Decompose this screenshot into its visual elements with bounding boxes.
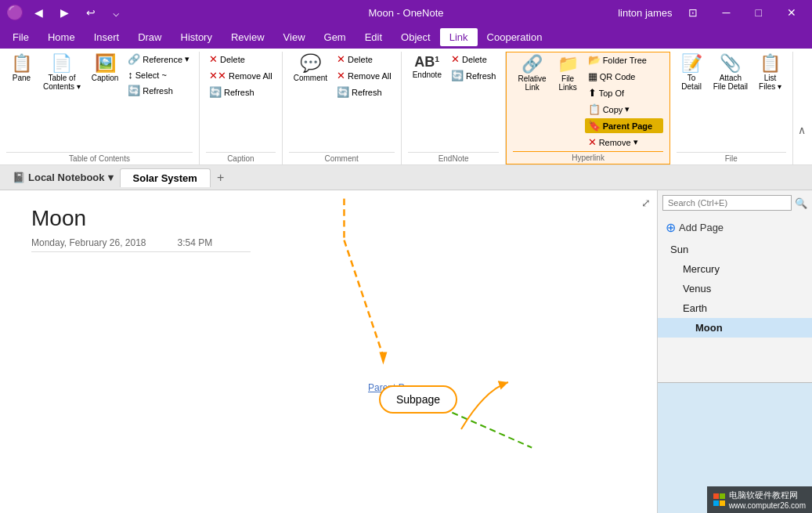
remove-all-comment-btn[interactable]: ✕ Remove All (334, 68, 395, 83)
search-icon[interactable]: 🔍 (795, 197, 807, 209)
add-page-button[interactable]: ⊕ Add Page (658, 215, 812, 240)
caption-button[interactable]: 🖼️ Caption (87, 52, 123, 85)
relative-link-icon: 🔗 (521, 56, 543, 73)
file-links-button[interactable]: 📁 FileLinks (553, 52, 583, 95)
top-of-label: Top Of (599, 89, 624, 98)
ribbon: 📋 Pane 📄 Table of Contents ▾ 🖼️ Caption … (0, 49, 812, 165)
relative-link-button[interactable]: 🔗 RelativeLink (513, 52, 550, 95)
menu-item-review[interactable]: Review (222, 28, 274, 46)
page-item-sun[interactable]: Sun (658, 240, 812, 259)
refresh-toc-button[interactable]: 🔄 Refresh (125, 83, 193, 98)
refresh-caption-label: Refresh (224, 88, 254, 97)
ribbon-collapse-btn[interactable]: ∧ (798, 124, 806, 136)
to-detail-icon: 📝 (681, 55, 702, 72)
restore-btn[interactable]: ⊡ (679, 3, 707, 22)
comment-label: Comment (294, 74, 327, 82)
pane-label: Pane (13, 74, 31, 82)
page-item-venus[interactable]: Venus (658, 279, 812, 298)
forward-btn[interactable]: ▶ (54, 5, 75, 20)
pane-icon: 📋 (11, 55, 32, 72)
undo-btn[interactable]: ↩ (80, 5, 102, 20)
select-button[interactable]: ↕ Select ~ (125, 67, 193, 82)
close-btn[interactable]: ✕ (778, 3, 806, 22)
qr-code-btn[interactable]: ▦ QR Code (585, 69, 663, 84)
toc-button[interactable]: 📄 Table of Contents ▾ (38, 52, 85, 94)
to-detail-button[interactable]: 📝 ToDetail (677, 52, 707, 94)
refresh-comment-btn[interactable]: 🔄 Refresh (334, 85, 395, 99)
remove-btn[interactable]: ✕ Remove ▾ (585, 135, 663, 150)
page-item-moon[interactable]: Moon (658, 318, 812, 338)
pane-button[interactable]: 📋 Pane (6, 52, 37, 85)
menu-item-gem[interactable]: Gem (315, 28, 355, 46)
folder-tree-btn[interactable]: 📂 Folder Tree (585, 52, 663, 67)
title-bar-left: 🟣 ◀ ▶ ↩ ⌵ (6, 4, 125, 21)
file-group: 📝 ToDetail 📎 AttachFile Detail 📋 ListFil… (670, 52, 793, 164)
page-item-earth[interactable]: Earth (658, 298, 812, 318)
quick-access-btn[interactable]: ⌵ (106, 5, 125, 20)
comment-group-label: Comment (289, 152, 395, 164)
comment-button[interactable]: 💬 Comment (289, 52, 332, 85)
notebook-name: Local Notebook (28, 172, 105, 183)
endnote-label: Endnote (413, 70, 442, 79)
note-title: Moon (31, 206, 626, 231)
ms-logo (713, 493, 726, 506)
copy-btn[interactable]: 📋 Copy ▾ (585, 102, 663, 117)
attach-file-detail-button[interactable]: 📎 AttachFile Detail (709, 52, 752, 94)
top-of-btn[interactable]: ⬆ Top Of (585, 85, 663, 100)
remove-all-icon: ✕✕ (209, 70, 226, 81)
menu-item-insert[interactable]: Insert (85, 28, 129, 46)
menu-item-history[interactable]: History (171, 28, 222, 46)
refresh-toc-icon: 🔄 (128, 85, 140, 96)
copy-label: Copy (603, 105, 623, 114)
menu-item-object[interactable]: Object (392, 28, 440, 46)
parent-page-btn[interactable]: 🔖 Parent Page (585, 118, 663, 133)
attach-file-detail-label: AttachFile Detail (713, 74, 748, 91)
maximize-btn[interactable]: □ (746, 3, 771, 22)
main-content: Moon Monday, February 26, 2018 3:54 PM ⤢… (0, 190, 812, 513)
file-group-label: File (677, 152, 786, 164)
back-btn[interactable]: ◀ (28, 5, 49, 20)
menu-item-cooperation[interactable]: Cooperation (478, 28, 552, 46)
refresh-endnote-btn[interactable]: 🔄 Refresh (448, 68, 500, 83)
list-files-label: ListFiles ▾ (759, 74, 781, 91)
reference-button[interactable]: 🔗 Reference ▾ (125, 52, 193, 67)
delete-comment-btn[interactable]: ✕ Delete (334, 52, 395, 67)
remove-all-btn[interactable]: ✕✕ Remove All (206, 68, 276, 83)
tab-add-button[interactable]: + (211, 168, 230, 188)
toc-label: Table of Contents ▾ (43, 74, 81, 91)
menu-item-file[interactable]: File (3, 28, 38, 46)
endnote-button[interactable]: AB¹ Endnote (408, 52, 446, 82)
subpage-annotation: Subpage (379, 385, 457, 414)
watermark: 电脑软硬件教程网 www.computer26.com (707, 486, 812, 513)
page-list: Sun Mercury Venus Earth Moon (658, 240, 812, 382)
page-item-mercury[interactable]: Mercury (658, 259, 812, 279)
menu-item-draw[interactable]: Draw (128, 28, 171, 46)
delete-caption-btn[interactable]: ✕ Delete (206, 52, 276, 67)
refresh-caption-btn[interactable]: 🔄 Refresh (206, 85, 276, 99)
expand-icon[interactable]: ⤢ (641, 197, 651, 209)
hyperlink-group: 🔗 RelativeLink 📁 FileLinks 📂 Folder Tree… (506, 52, 669, 164)
menu-item-link[interactable]: Link (440, 28, 478, 46)
delete-endnote-btn[interactable]: ✕ Delete (448, 52, 500, 67)
select-label: Select ~ (135, 70, 167, 80)
menu-item-home[interactable]: Home (38, 28, 85, 46)
refresh-caption-icon: 🔄 (209, 86, 222, 98)
svg-line-1 (344, 240, 383, 356)
del-endnote-label: Delete (462, 55, 487, 64)
note-area[interactable]: Moon Monday, February 26, 2018 3:54 PM ⤢… (0, 190, 657, 513)
parent-page-label: Parent Page (603, 121, 653, 131)
folder-tree-icon: 📂 (588, 54, 601, 66)
remove-icon: ✕ (588, 136, 597, 148)
refresh-toc-label: Refresh (143, 86, 173, 96)
refresh-comment-label: Refresh (352, 88, 382, 97)
delete-icon: ✕ (209, 53, 218, 65)
tab-solar-system[interactable]: Solar System (120, 168, 211, 187)
folder-tree-label: Folder Tree (603, 56, 647, 65)
notebook-selector[interactable]: 📓 Local Notebook ▾ (6, 168, 120, 186)
list-files-button[interactable]: 📋 ListFiles ▾ (754, 52, 786, 94)
svg-marker-2 (379, 352, 387, 365)
minimize-btn[interactable]: ─ (713, 3, 740, 22)
search-input[interactable] (662, 195, 792, 211)
menu-item-edit[interactable]: Edit (355, 28, 392, 46)
menu-item-view[interactable]: View (274, 28, 315, 46)
